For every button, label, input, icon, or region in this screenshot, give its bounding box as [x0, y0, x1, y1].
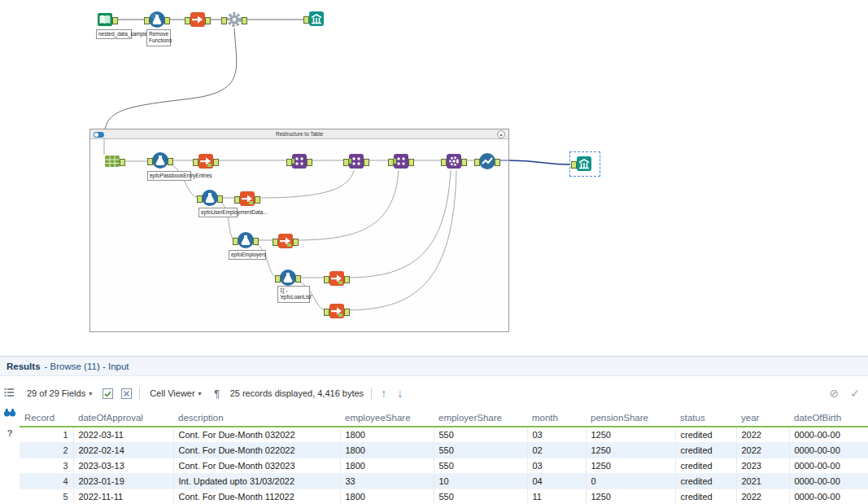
cell[interactable]: 1250 [586, 443, 675, 458]
workflow-canvas[interactable]: nested_data_sample.json Remove Functions… [0, 0, 868, 356]
tool-filter-epfo-loanlist[interactable] [279, 269, 297, 287]
fields-dropdown[interactable]: 29 of 29 Fields ▾ [24, 387, 94, 400]
cell[interactable]: 0000-00-00 [789, 427, 868, 443]
cell[interactable]: 02 [527, 443, 586, 458]
deselect-all-fields-icon[interactable] [120, 388, 132, 399]
cell[interactable]: 10 [434, 474, 527, 489]
cell[interactable]: 2 [20, 443, 73, 458]
tool-formula[interactable] [148, 11, 166, 28]
binoculars-icon[interactable] [3, 406, 16, 419]
config-list-icon[interactable] [3, 386, 16, 399]
cell-viewer-dropdown[interactable]: Cell Viewer ▾ [147, 387, 203, 400]
pilcrow-icon[interactable]: ¶ [212, 388, 223, 399]
cell[interactable]: 1250 [586, 458, 675, 474]
cell[interactable]: 33 [340, 474, 434, 489]
tool-macro-gear[interactable] [225, 11, 243, 28]
cell[interactable]: 1800 [340, 443, 434, 458]
tool-json-parse[interactable] [189, 11, 207, 28]
cell[interactable]: 11 [527, 489, 586, 504]
no-entry-icon[interactable]: ⊘ [830, 387, 840, 400]
cell[interactable]: 2022 [736, 427, 789, 443]
tool-filter-epfo-employers[interactable] [237, 231, 255, 249]
cell[interactable]: credited [675, 427, 736, 443]
cell[interactable]: Int. Updated upto 31/03/2022 [173, 474, 340, 489]
cell[interactable]: 2023-03-13 [73, 458, 173, 474]
column-header[interactable]: employerShare [434, 410, 527, 427]
cell[interactable]: 0 [586, 474, 675, 489]
results-left-rail: ? [0, 376, 20, 504]
cell[interactable]: 2022-03-11 [73, 427, 173, 443]
tool-json-parse-3[interactable] [277, 232, 294, 250]
column-header[interactable]: dateOfBirth [789, 410, 868, 427]
cell[interactable]: 1800 [340, 489, 434, 504]
cell[interactable]: 0000-00-00 [789, 489, 868, 504]
cell[interactable]: 4 [20, 474, 73, 489]
tool-json-parse-1[interactable] [197, 152, 215, 170]
cell[interactable]: 2022-11-11 [73, 489, 173, 504]
tool-join-3[interactable] [392, 152, 410, 170]
cell[interactable]: credited [675, 489, 736, 504]
cell[interactable]: Cont. For Due-Month 032023 [173, 458, 340, 474]
cell[interactable]: 2023-01-19 [73, 474, 173, 489]
cell[interactable]: 1 [20, 427, 73, 443]
column-header[interactable]: dateOfApproval [73, 410, 173, 427]
column-header[interactable]: status [675, 410, 736, 427]
arrow-down-icon[interactable]: ↓ [395, 387, 404, 400]
cell[interactable]: Cont. For Due-Month 032022 [173, 427, 340, 443]
cell[interactable]: 04 [527, 474, 586, 489]
container-collapse-button[interactable]: ▴ [497, 130, 505, 138]
tool-macro-output-top[interactable] [308, 10, 325, 28]
cell[interactable]: 03 [527, 427, 586, 443]
cell[interactable]: Cont. For Due-Month 112022 [173, 489, 340, 504]
cell[interactable]: 1800 [340, 427, 434, 443]
tool-json-parse-2[interactable] [238, 190, 256, 208]
column-header[interactable]: Record [20, 410, 73, 427]
arrow-up-icon[interactable]: ↑ [379, 387, 388, 400]
tool-join-1[interactable] [290, 152, 308, 170]
apply-check-icon[interactable]: ✓ [850, 387, 860, 400]
tool-dynamic-select[interactable] [445, 152, 463, 170]
tool-filter-epfo-user[interactable] [201, 189, 219, 207]
column-header[interactable]: pensionShare [586, 410, 675, 427]
join-icon [347, 152, 365, 170]
cell[interactable]: 5 [20, 489, 73, 504]
cell[interactable]: 03 [527, 458, 586, 474]
cell[interactable]: 550 [434, 427, 527, 443]
tool-macro-output-selected[interactable] [575, 155, 593, 173]
cell[interactable]: 2022 [736, 443, 789, 458]
cell[interactable]: 0000-00-00 [789, 443, 868, 458]
column-header[interactable]: employeeShare [340, 410, 434, 427]
tool-filter-epfo-passbook[interactable] [151, 151, 169, 169]
cell[interactable]: 1250 [586, 427, 675, 443]
cell[interactable]: 1800 [340, 458, 434, 474]
column-header[interactable]: year [736, 410, 789, 427]
column-header[interactable]: description [173, 410, 340, 427]
cell[interactable]: 2022 [736, 489, 789, 504]
cell[interactable]: credited [675, 474, 736, 489]
cell[interactable]: Cont. For Due-Month 022022 [173, 443, 340, 458]
cell[interactable]: 550 [434, 443, 527, 458]
cell[interactable]: 2021 [736, 474, 789, 489]
column-header[interactable]: month [527, 410, 586, 427]
help-icon[interactable]: ? [3, 427, 16, 440]
tool-json-parse-5[interactable] [328, 302, 346, 320]
cell[interactable]: credited [675, 458, 736, 474]
container-enable-toggle[interactable] [94, 132, 104, 138]
tool-json-parse-4[interactable] [328, 270, 346, 287]
cell[interactable]: credited [675, 443, 736, 458]
cell[interactable]: 550 [434, 489, 527, 504]
cell[interactable]: 3 [20, 458, 73, 474]
cell[interactable]: 0000-00-00 [789, 474, 868, 489]
cell[interactable]: 0000-00-00 [789, 458, 868, 474]
cell[interactable]: 1250 [586, 489, 675, 504]
tool-input-data[interactable] [96, 11, 114, 28]
cell[interactable]: 2022-02-14 [73, 443, 173, 458]
select-all-fields-icon[interactable] [102, 388, 113, 399]
table-row: 4 2023-01-19 Int. Updated upto 31/03/202… [20, 474, 868, 489]
cell[interactable]: 550 [434, 458, 527, 474]
tool-macro-input[interactable] [103, 152, 121, 170]
cell[interactable]: 2023 [736, 458, 789, 474]
macro-output-icon [308, 10, 325, 28]
tool-browse-chart[interactable] [478, 152, 496, 170]
tool-join-2[interactable] [347, 152, 365, 170]
